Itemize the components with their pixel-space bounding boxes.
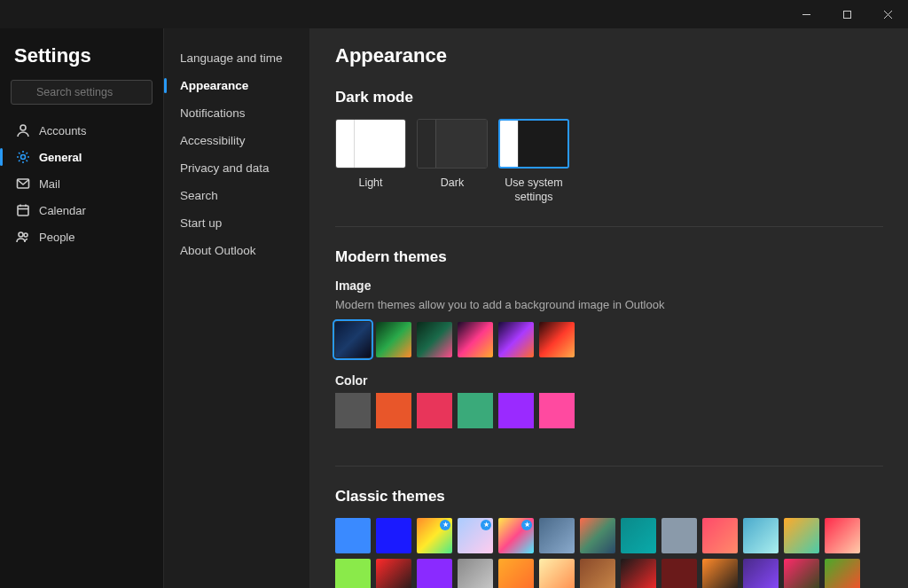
- mode-preview: [335, 119, 406, 169]
- classic-theme-15[interactable]: [417, 559, 452, 589]
- classic-theme-3[interactable]: ★: [458, 518, 493, 553]
- star-badge-icon: ★: [521, 520, 532, 530]
- svg-point-6: [20, 125, 26, 130]
- nav1-item-people[interactable]: People: [11, 223, 153, 250]
- theme-color-2[interactable]: [417, 393, 452, 428]
- nav2-item-notifications[interactable]: Notifications: [164, 99, 309, 127]
- classic-theme-8[interactable]: [661, 518, 697, 553]
- classic-theme-20[interactable]: [621, 559, 656, 589]
- classic-theme-6[interactable]: [580, 518, 615, 553]
- mail-icon: [16, 176, 30, 191]
- svg-point-7: [21, 155, 26, 160]
- classic-theme-9[interactable]: [702, 518, 738, 553]
- svg-point-14: [24, 233, 27, 237]
- classic-theme-23[interactable]: [743, 559, 779, 589]
- classic-theme-5[interactable]: [539, 518, 575, 553]
- star-badge-icon: ★: [440, 520, 450, 530]
- gear-icon: [16, 150, 30, 164]
- classic-theme-24[interactable]: [784, 559, 819, 589]
- nav1-label: General: [39, 151, 82, 164]
- theme-image-wave-dark[interactable]: [335, 322, 371, 357]
- window-titlebar: [0, 0, 908, 28]
- classic-themes-heading: Classic themes: [335, 488, 883, 506]
- classic-theme-7[interactable]: [621, 518, 656, 553]
- theme-color-5[interactable]: [539, 393, 575, 428]
- modern-themes-heading: Modern themes: [335, 248, 883, 266]
- mode-preview: [417, 119, 488, 169]
- classic-theme-10[interactable]: [743, 518, 779, 553]
- classic-theme-4[interactable]: ★: [498, 518, 534, 553]
- mode-label: Use system settings: [498, 176, 569, 205]
- classic-theme-22[interactable]: [702, 559, 738, 589]
- mode-label: Light: [358, 176, 382, 190]
- image-description: Modern themes allow you to add a backgro…: [335, 298, 883, 311]
- nav1-label: Calendar: [39, 204, 86, 217]
- classic-themes-section: Classic themes ★★★: [335, 488, 883, 589]
- theme-image-aurora[interactable]: [417, 322, 452, 357]
- classic-theme-21[interactable]: [661, 559, 697, 589]
- calendar-icon: [16, 203, 30, 217]
- theme-color-0[interactable]: [335, 393, 371, 428]
- nav1-item-calendar[interactable]: Calendar: [11, 197, 153, 223]
- svg-rect-1: [843, 11, 850, 18]
- classic-theme-1[interactable]: [376, 518, 411, 553]
- nav2-item-privacy-and-data[interactable]: Privacy and data: [164, 154, 309, 182]
- classic-theme-14[interactable]: [376, 559, 411, 589]
- dark-mode-option-use-system-settings[interactable]: Use system settings: [498, 119, 569, 205]
- theme-image-ribbon-green[interactable]: [376, 322, 411, 357]
- person-icon: [16, 123, 30, 137]
- svg-point-13: [19, 232, 23, 237]
- classic-theme-13[interactable]: [335, 559, 371, 589]
- nav2-item-about-outlook[interactable]: About Outlook: [164, 237, 309, 264]
- mode-label: Dark: [441, 176, 464, 190]
- theme-image-abstract-red[interactable]: [539, 322, 575, 357]
- theme-image-planets[interactable]: [498, 322, 534, 357]
- nav1-item-mail[interactable]: Mail: [11, 170, 153, 197]
- people-icon: [16, 230, 30, 244]
- theme-color-4[interactable]: [498, 393, 534, 428]
- dark-mode-section: Dark mode LightDarkUse system settings: [335, 89, 883, 227]
- classic-theme-2[interactable]: ★: [417, 518, 452, 553]
- theme-image-swirl[interactable]: [458, 322, 493, 357]
- window-close-button[interactable]: [867, 0, 908, 28]
- star-badge-icon: ★: [481, 520, 491, 530]
- color-label: Color: [335, 373, 883, 388]
- window-minimize-button[interactable]: [786, 0, 826, 28]
- nav2-item-language-and-time[interactable]: Language and time: [164, 44, 309, 72]
- nav1-item-general[interactable]: General: [11, 144, 153, 170]
- nav1-item-accounts[interactable]: Accounts: [11, 117, 153, 144]
- classic-theme-25[interactable]: [825, 559, 860, 589]
- nav2-item-appearance[interactable]: Appearance: [164, 72, 309, 99]
- sidebar-primary: Settings AccountsGeneralMailCalendarPeop…: [0, 28, 164, 588]
- classic-theme-12[interactable]: [825, 518, 860, 553]
- theme-color-1[interactable]: [376, 393, 411, 428]
- classic-theme-0[interactable]: [335, 518, 371, 553]
- dark-mode-heading: Dark mode: [335, 89, 883, 106]
- content-pane: Appearance Dark mode LightDarkUse system…: [310, 28, 908, 588]
- page-heading: Appearance: [335, 44, 883, 67]
- svg-rect-9: [18, 206, 28, 216]
- sidebar-secondary: Language and timeAppearanceNotifications…: [164, 28, 310, 588]
- theme-color-3[interactable]: [458, 393, 493, 428]
- nav2-item-start-up[interactable]: Start up: [164, 209, 309, 237]
- window-maximize-button[interactable]: [826, 0, 867, 28]
- dark-mode-option-dark[interactable]: Dark: [417, 119, 488, 205]
- classic-theme-17[interactable]: [498, 559, 534, 589]
- settings-title: Settings: [11, 37, 153, 80]
- modern-themes-section: Modern themes Image Modern themes allow …: [335, 248, 883, 466]
- search-input[interactable]: [11, 80, 153, 105]
- nav2-item-accessibility[interactable]: Accessibility: [164, 127, 309, 154]
- nav1-label: People: [39, 231, 74, 244]
- image-label: Image: [335, 278, 883, 293]
- nav2-item-search[interactable]: Search: [164, 182, 309, 209]
- classic-theme-18[interactable]: [539, 559, 575, 589]
- classic-theme-16[interactable]: [458, 559, 493, 589]
- classic-theme-11[interactable]: [784, 518, 819, 553]
- nav1-label: Accounts: [39, 124, 86, 137]
- classic-theme-19[interactable]: [580, 559, 615, 589]
- dark-mode-option-light[interactable]: Light: [335, 119, 406, 205]
- nav1-label: Mail: [39, 177, 60, 191]
- mode-preview: [498, 119, 569, 169]
